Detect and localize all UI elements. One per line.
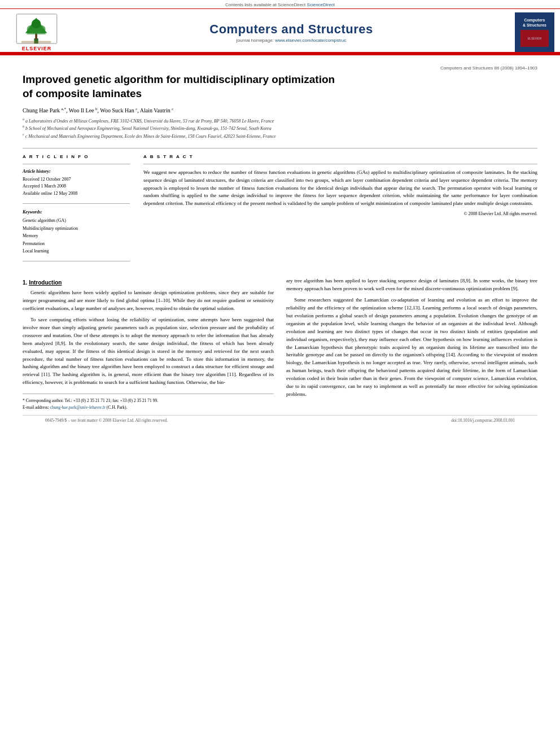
copyright-notice: © 2008 Elsevier Ltd. All rights reserved… <box>143 211 537 216</box>
affiliations-block: a a Laboratoires d'Ondes et Milieux Comp… <box>23 117 537 140</box>
affiliation-a: a a Laboratoires d'Ondes et Milieux Comp… <box>23 117 537 125</box>
cover-decoration: ELSEVIER <box>520 30 549 47</box>
accepted-date: Accepted 1 March 2008 <box>23 183 130 190</box>
homepage-url[interactable]: www.elsevier.com/locate/compstruc <box>275 38 346 43</box>
divider-kw-end <box>23 261 130 261</box>
volume-info: Computers and Structures 86 (2008) 1894–… <box>23 65 537 71</box>
email-suffix: (C.H. Park). <box>107 405 128 410</box>
keyword-2: Multidisciplinary optimization <box>23 225 130 233</box>
divider-1 <box>23 148 537 148</box>
email-link[interactable]: chung-hae.park@univ-lehavre.fr <box>50 405 106 410</box>
author-chung: Chung Hae Park a,*, Woo Il Lee b, Woo Su… <box>23 107 173 113</box>
keyword-1: Genetic algorithm (GA) <box>23 217 130 225</box>
keywords-section: Keywords: Genetic algorithm (GA) Multidi… <box>23 209 130 255</box>
section1-number: 1. <box>23 279 27 286</box>
divider-info <box>23 164 130 164</box>
affiliation-b: b b School of Mechanical and Aerospace E… <box>23 124 537 132</box>
section1-title: Introduction <box>29 279 62 286</box>
cover-title: Computers& Structures <box>523 18 546 28</box>
elsevier-logo: ELSEVIER <box>6 14 68 51</box>
abstract-text: We suggest new approaches to reduce the … <box>143 169 537 208</box>
doi-text: doi:10.1016/j.compstruc.2008.03.001 <box>451 418 515 423</box>
email-label: E-mail address: <box>23 405 49 410</box>
homepage-label: journal homepage: <box>237 38 274 43</box>
bottom-strip: 0045-7949/$ – see front matter © 2008 El… <box>23 415 537 425</box>
right-para2: Some researchers suggested the Lamarckia… <box>286 296 537 399</box>
keyword-4: Permutation <box>23 240 130 248</box>
journal-main-header: ELSEVIER Computers and Structures journa… <box>0 8 560 53</box>
article-info-heading: A R T I C L E I N F O <box>23 154 130 159</box>
intro-para1: Genetic algorithms have been widely appl… <box>23 289 274 313</box>
svg-point-7 <box>32 19 41 29</box>
available-online: Available online 12 May 2008 <box>23 190 130 198</box>
section1-header: 1. Introduction <box>23 279 274 286</box>
elsevier-brand-text: ELSEVIER <box>22 46 52 51</box>
footnote-area: * Corresponding author. Tel.: +33 (0) 2 … <box>23 394 274 410</box>
divider-kw <box>23 203 130 204</box>
info-abstract-cols: A R T I C L E I N F O Article history: R… <box>23 154 537 266</box>
elsevier-tree-icon <box>14 14 59 45</box>
journal-homepage: journal homepage: www.elsevier.com/locat… <box>68 38 515 43</box>
footnote-star: * Corresponding author. Tel.: +33 (0) 2 … <box>23 397 274 404</box>
keyword-5: Local learning <box>23 247 130 255</box>
abstract-col: A B S T R A C T We suggest new approache… <box>143 154 537 266</box>
footnote-email: E-mail address: chung-hae.park@univ-leha… <box>23 404 274 410</box>
keyword-3: Memory <box>23 232 130 240</box>
article-content: Computers and Structures 86 (2008) 1894–… <box>0 55 560 435</box>
received-date: Received 12 October 2007 <box>23 176 130 184</box>
article-info-col: A R T I C L E I N F O Article history: R… <box>23 154 130 266</box>
sciencedirect-link[interactable]: ScienceDirect <box>307 2 335 7</box>
journal-title: Computers and Structures <box>68 22 515 37</box>
body-columns: 1. Introduction Genetic algorithms have … <box>23 277 537 410</box>
affiliation-c: c c Mechanical and Materials Engineering… <box>23 132 537 140</box>
right-para1: ary tree algorithm has been applied to l… <box>286 277 537 293</box>
article-title: Improved genetic algorithm for multidisc… <box>23 73 537 101</box>
keywords-heading: Keywords: <box>23 209 130 215</box>
intro-para2: To save computing efforts without losing… <box>23 316 274 387</box>
body-right-col: ary tree algorithm has been applied to l… <box>286 277 537 410</box>
journal-header: Contents lists available at ScienceDirec… <box>0 0 560 54</box>
abstract-heading: A B S T R A C T <box>143 154 537 159</box>
journal-title-block: Computers and Structures journal homepag… <box>68 22 515 43</box>
contents-label: Contents lists available at ScienceDirec… <box>225 2 305 7</box>
sciencedirect-bar: Contents lists available at ScienceDirec… <box>0 0 560 8</box>
divider-abstract <box>143 164 537 164</box>
journal-cover: Computers& Structures ELSEVIER <box>515 12 554 52</box>
article-history-label: Article history: <box>23 169 130 174</box>
authors-line: Chung Hae Park a,*, Woo Il Lee b, Woo Su… <box>23 106 537 113</box>
body-left-col: 1. Introduction Genetic algorithms have … <box>23 277 274 410</box>
svg-rect-8 <box>21 41 51 43</box>
issn-text: 0045-7949/$ – see front matter © 2008 El… <box>45 418 168 423</box>
